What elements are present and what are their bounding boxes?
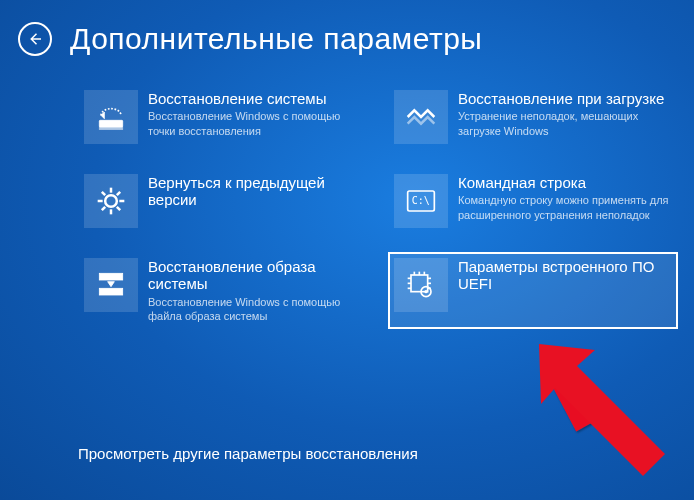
svg-rect-16 (99, 288, 122, 295)
svg-line-9 (117, 207, 120, 210)
chip-icon (394, 258, 448, 312)
svg-marker-0 (101, 112, 104, 119)
tile-desc: Восстановление Windows с помощью файла о… (148, 295, 360, 324)
svg-line-10 (102, 207, 105, 210)
red-arrow-annotation (535, 340, 675, 480)
tile-title: Восстановление при загрузке (458, 90, 670, 107)
tile-system-restore[interactable]: Восстановление системы Восстановление Wi… (78, 84, 368, 150)
tile-desc: Командную строку можно применять для рас… (458, 193, 670, 222)
tile-startup-repair[interactable]: Восстановление при загрузке Устранение н… (388, 84, 678, 150)
repair-icon (394, 90, 448, 144)
tile-title: Командная строка (458, 174, 670, 191)
disk-image-icon (84, 258, 138, 312)
svg-marker-29 (545, 356, 593, 432)
tile-command-prompt[interactable]: C:\ Командная строка Командную строку мо… (388, 168, 678, 234)
svg-marker-36 (539, 344, 665, 476)
tile-desc: Устранение неполадок, мешающих загрузке … (458, 109, 670, 138)
tile-title: Параметры встроенного ПО UEFI (458, 258, 670, 293)
svg-rect-2 (99, 127, 122, 130)
gear-icon (84, 174, 138, 228)
tile-desc: Восстановление Windows с помощью точки в… (148, 109, 360, 138)
tile-title: Восстановление системы (148, 90, 360, 107)
tile-title: Вернуться к предыдущей версии (148, 174, 360, 209)
page-title: Дополнительные параметры (70, 22, 482, 56)
restore-icon (84, 90, 138, 144)
tile-uefi-settings[interactable]: Параметры встроенного ПО UEFI (388, 252, 678, 329)
tile-image-recovery[interactable]: Восстановление образа системы Восстановл… (78, 252, 368, 329)
svg-line-8 (102, 192, 105, 195)
header: Дополнительные параметры (0, 0, 694, 56)
svg-line-11 (117, 192, 120, 195)
arrow-left-icon (26, 30, 44, 48)
svg-rect-17 (411, 275, 428, 292)
svg-text:C:\: C:\ (412, 195, 430, 206)
tile-title: Восстановление образа системы (148, 258, 360, 293)
svg-point-3 (105, 195, 117, 207)
svg-rect-1 (99, 120, 122, 127)
svg-point-28 (424, 290, 427, 293)
terminal-icon: C:\ (394, 174, 448, 228)
back-button[interactable] (18, 22, 52, 56)
tile-go-back[interactable]: Вернуться к предыдущей версии (78, 168, 368, 234)
svg-rect-14 (99, 273, 122, 280)
options-grid: Восстановление системы Восстановление Wi… (0, 56, 694, 329)
svg-marker-15 (108, 282, 115, 287)
more-options-link[interactable]: Просмотреть другие параметры восстановле… (78, 445, 418, 462)
